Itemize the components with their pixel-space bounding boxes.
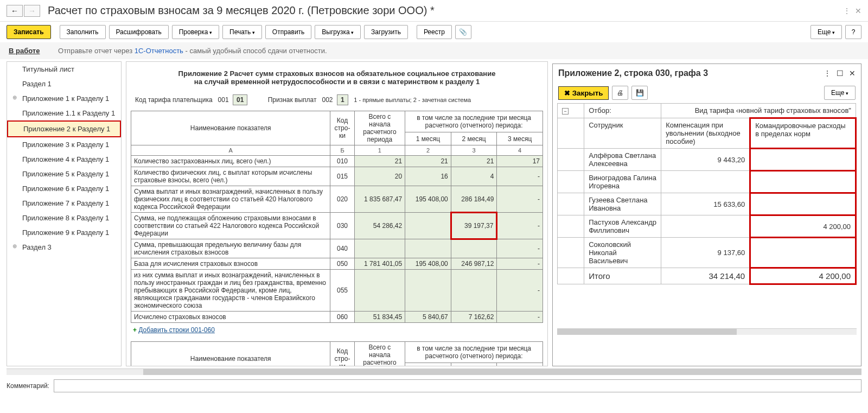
total-label: Итого <box>584 268 661 284</box>
page-title: Расчет по страховым взносам за 9 месяцев… <box>48 4 843 17</box>
save-icon[interactable]: 💾 <box>631 86 648 100</box>
sidebar: Титульный листРаздел 1Приложение 1 к Раз… <box>7 61 122 366</box>
table-row: Количество физических лиц, с выплат кото… <box>131 167 543 186</box>
table-row: из них сумма выплат и иных вознаграждени… <box>131 270 543 312</box>
save-button[interactable]: Записать <box>7 25 51 39</box>
print-icon[interactable]: 🖨 <box>612 86 628 100</box>
report-table-2: Наименование показателя Код стро-ки Всег… <box>131 341 543 366</box>
total-comp: 34 214,40 <box>661 268 750 284</box>
check-button[interactable]: Проверка <box>172 25 219 39</box>
status-text: Отправьте отчет через 1С-Отчетность - са… <box>58 47 327 55</box>
fill-button[interactable]: Заполнить <box>60 25 106 39</box>
sidebar-item[interactable]: Приложение 2 к Разделу 1 <box>7 120 121 137</box>
help-button[interactable]: ? <box>845 25 861 39</box>
table-row: Количество застрахованных лиц, всего (че… <box>131 156 543 167</box>
registry-button[interactable]: Реестр <box>417 25 452 39</box>
export-button[interactable]: Выгрузка <box>315 25 361 39</box>
comment-input[interactable] <box>54 379 861 392</box>
decode-button[interactable]: Расшифровать <box>109 25 169 39</box>
report-link[interactable]: 1С-Отчетность <box>135 47 183 55</box>
table-row: База для исчисления страховых взносов050… <box>131 258 543 270</box>
panel-scrollbar[interactable] <box>557 328 857 335</box>
total-trip: 4 200,00 <box>750 268 856 284</box>
sidebar-item[interactable]: Приложение 5 к Разделу 1 <box>7 167 121 181</box>
sidebar-item[interactable]: Титульный лист <box>7 62 121 77</box>
sidebar-item[interactable]: Приложение 8 к Разделу 1 <box>7 211 121 225</box>
report-content: Приложение 2 Расчет сумм страховых взнос… <box>126 61 548 366</box>
sidebar-item[interactable]: Приложение 7 к Разделу 1 <box>7 196 121 211</box>
sidebar-item[interactable]: Приложение 9 к Разделу 1 <box>7 225 121 240</box>
panel-close-icon[interactable]: ✕ <box>849 69 856 78</box>
pay-code[interactable]: 1 <box>337 94 348 105</box>
add-rows-link[interactable]: + Добавить строки 001-060 <box>131 323 217 337</box>
sidebar-item[interactable]: Приложение 1.1 к Разделу 1 <box>7 106 121 120</box>
detail-panel: Приложение 2, строка 030, графа 3 ⋮ ☐ ✕ … <box>552 63 861 366</box>
table-row: Сумма выплат и иных вознаграждений, начи… <box>131 186 543 213</box>
table-row: Сумма, превышающая предельную величину б… <box>131 239 543 258</box>
tariff-code[interactable]: 01 <box>233 94 247 105</box>
load-button[interactable]: Загрузить <box>364 25 408 39</box>
list-item: Алфёрова Светлана Алексеевна9 443,20 <box>558 149 856 171</box>
panel-menu-icon[interactable]: ⋮ <box>824 69 831 78</box>
report-table: Наименование показателя Код стро-ки Всег… <box>131 111 543 323</box>
sidebar-item[interactable]: Приложение 1 к Разделу 1 <box>7 91 121 106</box>
table-row: Сумма, не подлежащая обложению страховым… <box>131 213 543 239</box>
close-button[interactable]: Закрыть <box>558 86 609 100</box>
collapse-icon[interactable]: − <box>562 108 569 115</box>
sidebar-item[interactable]: Приложение 6 к Разделу 1 <box>7 181 121 196</box>
sidebar-item[interactable]: Приложение 3 к Разделу 1 <box>7 137 121 152</box>
sidebar-item[interactable]: Раздел 1 <box>7 77 121 91</box>
close-icon[interactable]: ✕ <box>855 7 861 15</box>
sidebar-item[interactable]: Раздел 3 <box>7 240 121 255</box>
list-item: Соколовский Николай Васильевич9 137,60 <box>558 238 856 268</box>
send-button[interactable]: Отправить <box>265 25 312 39</box>
panel-max-icon[interactable]: ☐ <box>837 69 844 78</box>
detail-table: − Отбор: Вид тарифа ‹новной тариф страхо… <box>557 103 857 285</box>
more-button[interactable]: Еще <box>810 25 842 39</box>
print-button[interactable]: Печать <box>222 25 262 39</box>
panel-more-button[interactable]: Еще <box>824 86 856 100</box>
sidebar-item[interactable]: Приложение 4 к Разделу 1 <box>7 152 121 167</box>
list-item: Гузеева Светлана Ивановна15 633,60 <box>558 193 856 215</box>
list-item: Виноградова Галина Игоревна <box>558 171 856 193</box>
main-scrollbar[interactable] <box>7 368 861 375</box>
panel-title: Приложение 2, строка 030, графа 3 <box>558 68 824 78</box>
status-label[interactable]: В работе <box>9 47 40 55</box>
menu-icon[interactable]: ⋮ <box>843 7 851 15</box>
comment-label: Комментарий: <box>7 382 49 390</box>
table-row: Исчислено страховых взносов06051 834,455… <box>131 312 543 323</box>
list-item: Пастухов Александр Филлипович4 200,00 <box>558 215 856 238</box>
form-title: Приложение 2 Расчет сумм страховых взнос… <box>131 66 543 89</box>
forward-button[interactable]: → <box>24 5 40 17</box>
attach-icon[interactable]: 📎 <box>455 25 471 39</box>
back-button[interactable]: ← <box>7 5 23 17</box>
